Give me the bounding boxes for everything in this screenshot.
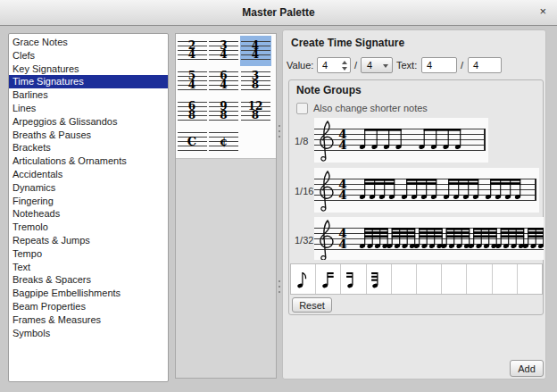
also-change-shorter-notes-checkbox[interactable] (296, 103, 308, 114)
splitter-handle[interactable] (278, 125, 280, 138)
sixteenth-note-beams-left-icon[interactable] (367, 264, 392, 294)
empty-beam-cell[interactable] (417, 264, 442, 294)
timesig-glyph: C (177, 127, 208, 156)
eighth-note-beams-left-icon[interactable] (341, 264, 366, 294)
sidebar-item[interactable]: Barlines (9, 88, 168, 102)
timesig-denominator: 4 (177, 50, 208, 59)
text-numerator-value: 4 (427, 60, 432, 71)
palette-cell-3-4[interactable]: 34 (208, 36, 239, 66)
palette-cell-cut-time[interactable]: ¢ (208, 127, 239, 157)
sidebar-item[interactable]: Grace Notes (9, 36, 168, 49)
sidebar-item[interactable]: Text (9, 261, 168, 274)
text-numerator-input[interactable]: 4 (421, 57, 457, 73)
palette-cell-3-8[interactable]: 38 (240, 66, 271, 96)
sidebar-item[interactable]: Fingering (9, 195, 168, 208)
empty-beam-cell[interactable] (467, 264, 492, 294)
sidebar-item[interactable]: Dynamics (9, 181, 168, 195)
slash-separator: / (354, 60, 357, 71)
palette-cell-2-4[interactable]: 24 (177, 36, 208, 66)
timesig-denominator: 4 (177, 80, 208, 89)
palette-cell-6-8[interactable]: 68 (177, 96, 208, 127)
master-palette-window: Master Palette × Grace NotesClefsKey Sig… (0, 0, 557, 392)
empty-beam-cell[interactable] (392, 264, 417, 294)
sidebar-item[interactable]: Brackets (9, 141, 168, 154)
sidebar-item[interactable]: Lines (9, 102, 168, 115)
svg-text:4: 4 (338, 237, 346, 251)
palette-scroll-area[interactable]: 2434445464386898128C¢ (175, 33, 277, 379)
note-row-label: 1/16 (295, 186, 313, 196)
timesig-glyph: ¢ (208, 127, 239, 156)
palette-cell-6-4[interactable]: 64 (208, 66, 239, 96)
denominator-combobox[interactable]: 4 (361, 57, 393, 73)
timesig-denominator: 4 (208, 80, 239, 89)
palette-cell-12-8[interactable]: 128 (240, 96, 271, 127)
sidebar-item[interactable]: Noteheads (9, 207, 168, 221)
timesig-denominator: 8 (208, 111, 239, 120)
close-icon[interactable]: × (539, 5, 546, 18)
sidebar-list: Grace NotesClefsKey SignaturesTime Signa… (8, 33, 169, 382)
svg-text:4: 4 (338, 138, 346, 152)
create-time-signature-panel: Create Time Signature Value: 4 / 4 Text:… (282, 29, 546, 379)
palette-cell-9-8[interactable]: 98 (208, 96, 239, 127)
sidebar-item[interactable]: Tremolo (9, 221, 168, 234)
palette-cell-5-4[interactable]: 54 (177, 66, 208, 96)
sidebar-item[interactable]: Frames & Measures (9, 313, 168, 327)
text-denominator-input[interactable]: 4 (468, 57, 502, 73)
beam-mode-toolbar (290, 263, 543, 295)
palette-cell-common-time[interactable]: C (177, 127, 208, 157)
value-label: Value: (287, 60, 313, 71)
timesig-denominator: 8 (177, 111, 208, 120)
sixteenth-note-beams-right-icon[interactable] (316, 264, 341, 294)
palette-cell-4-4[interactable]: 44 (240, 36, 271, 66)
notation-row-eighth[interactable]: 44 (314, 118, 488, 163)
window-title: Master Palette (0, 6, 557, 19)
value-spinbox-text: 4 (322, 60, 328, 71)
sidebar-item[interactable]: Key Signatures (9, 63, 168, 76)
panel-title: Create Time Signature (291, 37, 404, 49)
note-row-label: 1/32 (295, 235, 313, 246)
spinbox-arrows-icon[interactable] (342, 58, 347, 72)
reset-button[interactable]: Reset (292, 297, 332, 313)
chevron-down-icon (383, 64, 388, 68)
value-spinbox[interactable]: 4 (317, 57, 351, 73)
timesig-denominator: 4 (240, 50, 271, 59)
notation-row-sixteenth[interactable]: 44 (314, 168, 539, 213)
note-groups-title: Note Groups (296, 84, 362, 96)
text-denominator-value: 4 (473, 60, 478, 71)
timesig-denominator: 4 (208, 50, 239, 59)
sidebar-item[interactable]: Breaks & Spacers (9, 273, 168, 287)
sidebar-item[interactable]: Tempo (9, 247, 168, 261)
slash-separator: / (461, 60, 463, 71)
note-row-label: 1/8 (295, 136, 308, 146)
sidebar-item[interactable]: Repeats & Jumps (9, 234, 168, 247)
add-button[interactable]: Add (510, 360, 544, 377)
timesig-denominator: 8 (240, 80, 271, 89)
sidebar-item[interactable]: Clefs (9, 49, 168, 63)
timesig-denominator: 8 (240, 111, 271, 120)
sidebar-item[interactable]: Beam Properties (9, 300, 168, 313)
checkbox-label: Also change shorter notes (313, 103, 428, 113)
titlebar[interactable]: Master Palette × (0, 0, 557, 26)
empty-beam-cell[interactable] (518, 264, 542, 294)
sidebar-item[interactable]: Time Signatures (9, 75, 168, 88)
sidebar-item[interactable]: Arpeggios & Glissandos (9, 115, 168, 129)
splitter-handle[interactable] (278, 280, 280, 293)
eighth-note-flag-icon[interactable] (291, 264, 316, 294)
sidebar-item[interactable]: Accidentals (9, 168, 168, 181)
empty-beam-cell[interactable] (442, 264, 467, 294)
denominator-combobox-text: 4 (367, 60, 372, 71)
sidebar-item[interactable]: Breaths & Pauses (9, 129, 168, 142)
note-groups-groupbox: Note Groups Also change shorter notes 1/… (288, 79, 544, 315)
sidebar-item[interactable]: Symbols (9, 327, 168, 340)
text-label: Text: (396, 60, 417, 71)
timesig-grid: 2434445464386898128C¢ (176, 34, 276, 159)
sidebar-item[interactable]: Articulations & Ornaments (9, 154, 168, 168)
notation-row-thirty-second[interactable]: 44 (314, 217, 544, 260)
sidebar-item[interactable]: Bagpipe Embellishments (9, 287, 168, 300)
svg-text:4: 4 (338, 188, 346, 202)
empty-beam-cell[interactable] (493, 264, 518, 294)
